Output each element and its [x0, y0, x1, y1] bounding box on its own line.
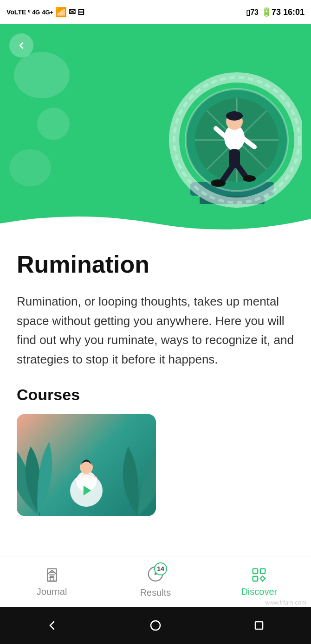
- android-home-button[interactable]: [147, 617, 164, 634]
- hero-section: [0, 24, 311, 237]
- android-recents-button[interactable]: [251, 617, 267, 634]
- email-icon: ✉: [69, 7, 76, 17]
- decorative-blob-3: [9, 149, 51, 186]
- content-area: Rumination Rumination, or looping though…: [0, 237, 311, 516]
- leaf-left-icon: [17, 433, 68, 516]
- back-chevron-icon: [16, 40, 26, 51]
- decorative-blob-2: [37, 108, 70, 140]
- svg-rect-36: [255, 622, 263, 629]
- course-card[interactable]: [17, 414, 156, 516]
- discover-icon: [250, 566, 268, 584]
- status-icons: VoLTE: [6, 8, 26, 16]
- svg-point-21: [80, 461, 93, 474]
- decorative-blob-1: [14, 52, 70, 98]
- svg-marker-24: [84, 486, 91, 496]
- media-icon: ⊟: [78, 7, 84, 17]
- battery-icon: ▯73: [246, 8, 259, 17]
- journal-nav-label: Journal: [37, 587, 67, 597]
- hero-wave: [0, 210, 311, 237]
- wifi-icon: 📶: [55, 6, 67, 18]
- courses-section-title: Courses: [17, 386, 294, 404]
- nav-item-results[interactable]: 14 Results: [128, 565, 183, 598]
- results-nav-label: Results: [140, 587, 171, 598]
- back-button[interactable]: [9, 33, 33, 57]
- page-description: Rumination, or looping thoughts, takes u…: [17, 292, 294, 369]
- leaf-right-icon: [114, 442, 156, 516]
- bottom-nav: Journal 14 Results Discover: [0, 556, 311, 607]
- svg-point-18: [211, 179, 226, 187]
- svg-point-12: [226, 111, 243, 121]
- status-bar: VoLTE ⁰ 4G 4G+ 📶 ✉ ⊟ ▯73 🔋73 16:01: [0, 0, 311, 24]
- nav-item-journal[interactable]: Journal: [24, 566, 80, 597]
- discover-nav-label: Discover: [241, 587, 277, 597]
- svg-point-35: [151, 621, 160, 630]
- svg-rect-32: [253, 569, 258, 574]
- results-icon-wrap: 14: [147, 565, 164, 585]
- svg-rect-34: [253, 576, 258, 581]
- svg-rect-33: [260, 569, 265, 574]
- signal-icons2: 4G+: [42, 9, 53, 16]
- status-bar-right: ▯73 🔋73 16:01: [246, 7, 305, 17]
- android-back-icon: [45, 619, 58, 632]
- hero-illustration: [153, 47, 302, 214]
- play-icon: [81, 484, 94, 497]
- journal-icon: [43, 566, 61, 584]
- android-back-button[interactable]: [44, 617, 60, 634]
- android-nav-bar: [0, 607, 311, 644]
- signal-icons: ⁰ 4G: [28, 9, 40, 16]
- results-badge: 14: [154, 562, 167, 575]
- clock: 🔋73 16:01: [261, 7, 305, 17]
- nav-item-discover[interactable]: Discover: [231, 566, 287, 597]
- svg-point-19: [243, 175, 256, 182]
- watermark: www.frfam.com: [265, 599, 306, 606]
- page-title: Rumination: [17, 250, 294, 278]
- android-home-icon: [149, 619, 162, 632]
- course-card-bg: [17, 414, 156, 516]
- status-bar-left: VoLTE ⁰ 4G 4G+ 📶 ✉ ⊟: [6, 6, 84, 18]
- android-recents-icon: [253, 619, 266, 632]
- play-button[interactable]: [70, 474, 103, 507]
